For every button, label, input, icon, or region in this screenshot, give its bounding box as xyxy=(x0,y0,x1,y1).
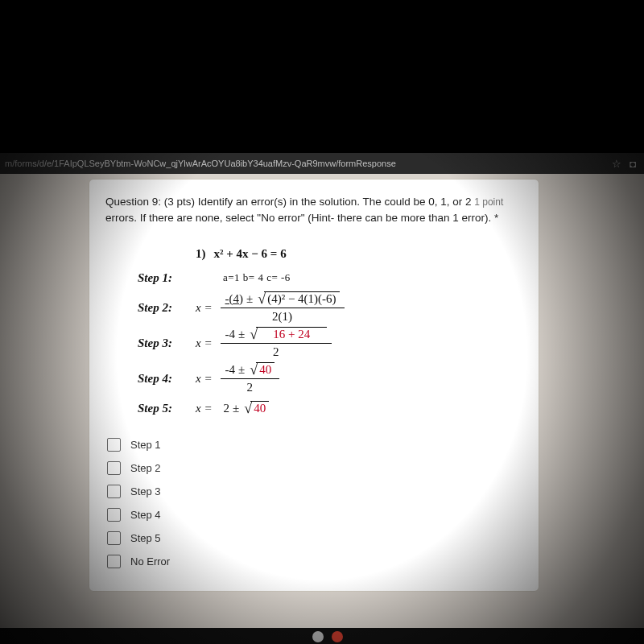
checkbox-icon[interactable] xyxy=(107,485,121,498)
question-line2: errors. If there are none, select "No er… xyxy=(105,212,498,224)
option-label: Step 3 xyxy=(130,485,161,497)
step5-lead: 2 xyxy=(224,402,230,415)
option-no-error[interactable]: No Error xyxy=(105,550,522,573)
bar-icons: ☆ ◘ xyxy=(609,158,639,170)
taskbar-app-icon[interactable] xyxy=(332,631,343,642)
abc-values: a=1 b= 4 c= -6 xyxy=(223,271,291,284)
step2-label: Step 2: xyxy=(138,301,196,315)
checkbox-icon[interactable] xyxy=(107,461,121,475)
option-step1[interactable]: Step 1 xyxy=(105,433,522,456)
problem-number: 1) xyxy=(196,247,206,261)
star-icon[interactable]: ☆ xyxy=(612,158,621,170)
page-background: Question 9: (3 pts) Identify an error(s)… xyxy=(0,174,644,628)
step3-lead: -4 xyxy=(225,328,236,341)
question-line1: Question 9: (3 pts) Identify an error(s)… xyxy=(105,196,474,208)
step4-fraction: -4 ± √40 2 xyxy=(221,362,280,394)
option-step3[interactable]: Step 3 xyxy=(105,480,522,503)
x-equals: x = xyxy=(196,301,213,315)
url-text: m/forms/d/e/1FAIpQLSeyBYbtm-WoNCw_qjYlwA… xyxy=(5,159,609,168)
x-equals: x = xyxy=(196,336,213,350)
plus-minus-icon: ± xyxy=(235,363,248,377)
plus-minus-icon: ± xyxy=(229,402,242,415)
extension-icon[interactable]: ◘ xyxy=(630,158,636,170)
step2-lead: -(4) xyxy=(225,292,244,306)
checkbox-icon[interactable] xyxy=(107,438,121,452)
answer-options: Step 1 Step 2 Step 3 Step 4 Step 5 No Er… xyxy=(105,433,522,573)
step4-lead: -4 xyxy=(225,363,236,377)
option-step4[interactable]: Step 4 xyxy=(105,503,522,526)
option-label: No Error xyxy=(130,555,170,568)
step2-denominator: 2(1) xyxy=(272,308,292,324)
checkbox-icon[interactable] xyxy=(107,555,121,568)
step2-fraction: -(4) ± √(4)² − 4(1)(-6) 2(1) xyxy=(221,291,345,324)
worked-solution: 1) x² + 4x − 6 = 6 Step 1: a=1 b= 4 c= -… xyxy=(138,243,522,419)
step3-fraction: -4 ± √16 + 24 2 xyxy=(221,327,332,359)
plus-minus-icon: ± xyxy=(235,328,248,341)
x-equals: x = xyxy=(196,402,213,415)
step4-radicand: 40 xyxy=(259,363,271,376)
step1-label: Step 1: xyxy=(138,271,196,285)
taskbar xyxy=(0,628,644,644)
step4-label: Step 4: xyxy=(138,372,196,386)
browser-address-bar: m/forms/d/e/1FAIpQLSeyBYbtm-WoNCw_qjYlwA… xyxy=(0,153,644,174)
option-step5[interactable]: Step 5 xyxy=(105,526,522,550)
points-label: 1 point xyxy=(474,196,503,208)
step5-label: Step 5: xyxy=(138,402,196,415)
question-text: Question 9: (3 pts) Identify an error(s)… xyxy=(105,194,522,225)
plus-minus-icon: ± xyxy=(243,292,256,306)
option-label: Step 1 xyxy=(130,439,161,451)
taskbar-app-icon[interactable] xyxy=(312,631,324,642)
step3-label: Step 3: xyxy=(138,336,196,350)
problem-equation: x² + 4x − 6 = 6 xyxy=(214,247,287,261)
step2-radicand: (4)² − 4(1)(-6) xyxy=(264,291,339,306)
step4-denominator: 2 xyxy=(247,379,254,394)
step5-expression: 2 ± √40 xyxy=(224,401,270,415)
step3-radicand: 16 + 24 xyxy=(273,328,310,341)
x-equals: x = xyxy=(196,372,213,386)
option-label: Step 4 xyxy=(130,509,161,521)
question-card: Question 9: (3 pts) Identify an error(s)… xyxy=(89,179,539,592)
checkbox-icon[interactable] xyxy=(107,508,121,522)
option-label: Step 2 xyxy=(130,462,161,474)
option-step2[interactable]: Step 2 xyxy=(105,456,522,480)
step5-radicand: 40 xyxy=(254,402,266,415)
option-label: Step 5 xyxy=(130,532,161,544)
step3-denominator: 2 xyxy=(273,344,279,359)
checkbox-icon[interactable] xyxy=(107,531,121,545)
